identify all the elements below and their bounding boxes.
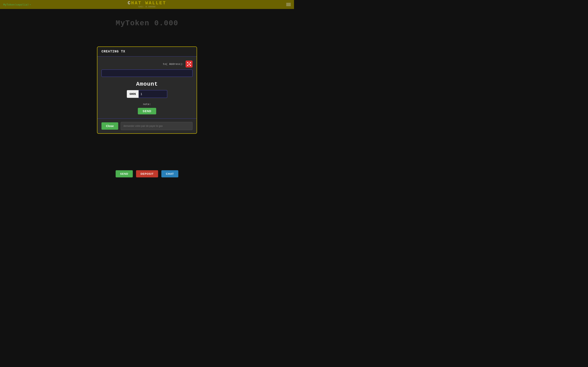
qr-scan-button[interactable]	[186, 60, 192, 67]
currency-badge: GHO$	[127, 90, 138, 98]
token-selector[interactable]: MyToken(sepolia) ▾	[3, 3, 31, 6]
qr-icon	[187, 62, 191, 66]
amount-input[interactable]	[139, 90, 167, 98]
gas-indicator: GAS: 0.00000	[138, 6, 156, 8]
modal-overlay: CREATING TX to( Address):	[0, 9, 294, 184]
modal-title: CREATING TX	[102, 50, 125, 53]
amount-section: Amount GHO$	[102, 81, 192, 98]
send-tx-button[interactable]: SEND	[138, 108, 156, 114]
note-label: note:	[143, 103, 151, 106]
modal-body: to( Address):	[97, 57, 197, 119]
gas-request-input[interactable]	[121, 122, 192, 130]
amount-title: Amount	[136, 81, 158, 87]
menu-line-3	[286, 6, 291, 6]
token-arrow: ▾	[30, 3, 31, 6]
address-label: to( Address):	[163, 63, 183, 66]
deposit-button[interactable]: DEPOSIT	[136, 170, 158, 177]
modal-footer: Close	[97, 119, 197, 133]
logo-c: C	[128, 1, 131, 6]
main-content: MyToken 0.000 CREATING TX to( Address):	[0, 9, 294, 184]
hamburger-menu-button[interactable]	[286, 3, 291, 6]
send-button[interactable]: SEND	[116, 170, 133, 177]
modal-header: CREATING TX	[97, 47, 197, 57]
header-logo-area: CHAT WALLET GAS: 0.00000	[128, 1, 166, 8]
amount-input-row: GHO$	[127, 90, 167, 98]
address-input[interactable]	[102, 69, 192, 77]
token-label: MyToken(sepolia)	[3, 3, 29, 6]
logo-rest: HAT WALLET	[131, 1, 166, 6]
menu-line-2	[286, 4, 291, 5]
app-logo: CHAT WALLET	[128, 1, 166, 6]
note-section: note: SEND	[102, 103, 192, 114]
menu-line-1	[286, 3, 291, 3]
address-row: to( Address):	[102, 60, 192, 67]
creating-tx-modal: CREATING TX to( Address):	[97, 47, 197, 134]
bottom-action-buttons: SEND DEPOSIT CHAT	[116, 170, 178, 177]
chat-button[interactable]: CHAT	[162, 170, 178, 177]
header: MyToken(sepolia) ▾ CHAT WALLET GAS: 0.00…	[0, 0, 294, 9]
close-modal-button[interactable]: Close	[102, 122, 118, 130]
